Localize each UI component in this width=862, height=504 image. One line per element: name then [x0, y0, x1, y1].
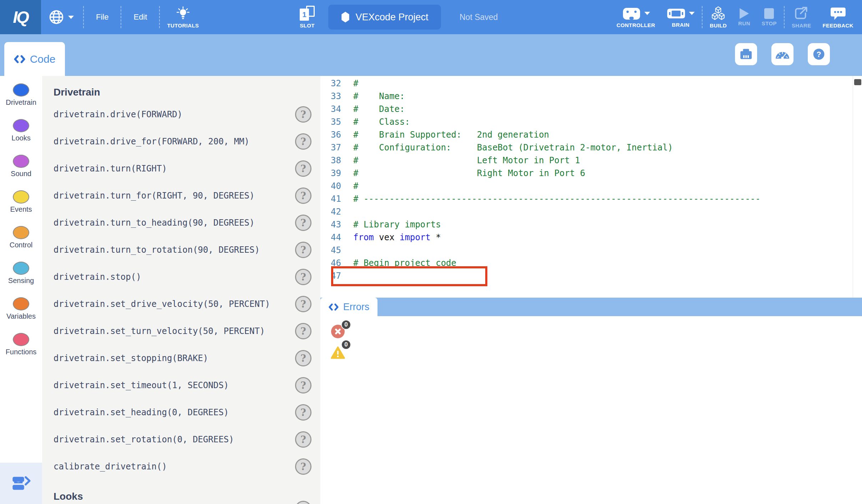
controller-button[interactable]: CONTROLLER: [611, 0, 661, 34]
category-label: Functions: [6, 348, 37, 356]
command-text[interactable]: drivetrain.drive(FORWARD): [54, 109, 182, 119]
editor-scrollbar[interactable]: [853, 76, 862, 298]
command-text[interactable]: drivetrain.stop(): [54, 272, 141, 282]
slot-button[interactable]: 1 SLOT: [300, 0, 315, 34]
chevron-down-icon: [68, 16, 74, 19]
command-text[interactable]: drivetrain.set_timeout(1, SECONDS): [54, 380, 229, 390]
category-color-dot: [13, 190, 29, 204]
code-line-38[interactable]: 38# Left Motor in Port 1: [320, 154, 862, 167]
toggle-blocks-button[interactable]: [0, 463, 42, 504]
command-text[interactable]: calibrate_drivetrain(): [54, 462, 167, 472]
help-button[interactable]: ?: [295, 350, 311, 366]
command-text[interactable]: drivetrain.drive_for(FORWARD, 200, MM): [54, 137, 249, 146]
editor-toolbar-buttons: ?: [735, 43, 830, 65]
help-button[interactable]: ?: [295, 215, 311, 231]
share-button[interactable]: SHARE: [786, 0, 817, 34]
device-info-button[interactable]: [735, 43, 757, 65]
command-text[interactable]: drivetrain.set_turn_velocity(50, PERCENT…: [54, 326, 265, 336]
command-text[interactable]: drivetrain.set_rotation(0, DEGREES): [54, 434, 234, 444]
code-line-36[interactable]: 36# Brain Supported: 2nd generation: [320, 128, 862, 141]
code-line-text: #: [353, 181, 358, 191]
code-line-text: # Name:: [353, 91, 405, 101]
help-button[interactable]: ?: [295, 458, 311, 475]
command-row: drivetrain.drive(FORWARD)?: [42, 101, 320, 128]
help-button[interactable]: ?: [295, 377, 311, 394]
help-button[interactable]: ?: [295, 187, 311, 204]
category-sidebar: DrivetrainLooksSoundEventsControlSensing…: [0, 76, 42, 504]
help-button[interactable]: ?: [295, 242, 311, 258]
dashboard-gauge-button[interactable]: [771, 43, 793, 65]
code-tab-bar: Code: [0, 34, 862, 76]
build-button[interactable]: BUILD: [704, 0, 732, 34]
command-text[interactable]: drivetrain.set_heading(0, DEGREES): [54, 407, 229, 417]
help-button[interactable]: ?: [295, 296, 311, 312]
code-line-35[interactable]: 35# Class:: [320, 115, 862, 128]
save-status: Not Saved: [460, 0, 498, 34]
command-text[interactable]: drivetrain.set_stopping(BRAKE): [54, 353, 208, 363]
sidebar-item-sensing[interactable]: Sensing: [0, 257, 42, 293]
tab-errors[interactable]: Errors: [320, 298, 377, 316]
toolbar-right-group: CONTROLLER BRAIN: [611, 0, 859, 34]
stop-button[interactable]: STOP: [756, 0, 782, 34]
tab-code[interactable]: Code: [4, 42, 65, 76]
code-line-33[interactable]: 33# Name:: [320, 90, 862, 103]
scrollbar-thumb[interactable]: [854, 79, 861, 85]
code-line-42[interactable]: 42: [320, 205, 862, 218]
command-text[interactable]: drivetrain.turn(RIGHT): [54, 164, 167, 174]
category-label: Events: [10, 205, 32, 214]
project-name-button[interactable]: VEXcode Project: [328, 5, 441, 30]
language-menu[interactable]: [41, 0, 82, 34]
run-button[interactable]: RUN: [732, 0, 756, 34]
command-row: drivetrain.set_stopping(BRAKE)?: [42, 345, 320, 372]
command-text[interactable]: drivetrain.set_drive_velocity(50, PERCEN…: [54, 299, 270, 309]
toolbar-divider: [121, 6, 121, 28]
sidebar-item-looks[interactable]: Looks: [0, 114, 42, 150]
sidebar-item-variables[interactable]: Variables: [0, 293, 42, 328]
code-line-41[interactable]: 41# ------------------------------------…: [320, 192, 862, 205]
category-label: Drivetrain: [6, 98, 36, 107]
command-text[interactable]: drivetrain.turn_to_heading(90, DEGREES): [54, 218, 255, 228]
code-editor[interactable]: 32#33# Name:34# Date:35# Class:36# Brain…: [320, 76, 862, 282]
switch-blocks-icon: [11, 475, 31, 492]
toolbar-divider: [784, 6, 785, 28]
command-text[interactable]: drivetrain.turn_for(RIGHT, 90, DEGREES): [54, 191, 255, 201]
help-button[interactable]: ?: [295, 133, 311, 150]
help-button[interactable]: ?: [295, 323, 311, 339]
help-button[interactable]: ?: [295, 431, 311, 448]
line-number: 45: [320, 245, 341, 255]
slot-icon: 1: [300, 6, 315, 21]
sidebar-item-drivetrain[interactable]: Drivetrain: [0, 79, 42, 114]
run-play-icon: [740, 8, 749, 19]
code-line-32[interactable]: 32#: [320, 77, 862, 90]
help-button[interactable]: ?: [295, 404, 311, 421]
code-line-45[interactable]: 45: [320, 244, 862, 257]
help-button[interactable]: ?: [808, 43, 830, 65]
code-line-43[interactable]: 43# Library imports: [320, 218, 862, 231]
brain-button[interactable]: BRAIN: [661, 0, 700, 34]
toolbar-divider: [159, 6, 160, 28]
toolbar-divider: [702, 6, 703, 28]
code-line-34[interactable]: 34# Date:: [320, 103, 862, 115]
sidebar-item-sound[interactable]: Sound: [0, 150, 42, 186]
code-line-37[interactable]: 37# Configuration: BaseBot (Drivetrain 2…: [320, 141, 862, 154]
code-line-text: # --------------------------------------…: [353, 194, 761, 204]
code-line-39[interactable]: 39# Right Motor in Port 6: [320, 167, 862, 180]
category-color-dot: [13, 297, 29, 310]
sidebar-item-functions[interactable]: Functions: [0, 328, 42, 364]
command-row: drivetrain.turn_to_rotation(90, DEGREES)…: [42, 236, 320, 263]
tutorials-button[interactable]: TUTORIALS: [161, 0, 204, 34]
code-line-40[interactable]: 40#: [320, 180, 862, 192]
help-button[interactable]: ?: [295, 106, 311, 123]
code-line-text: # Class:: [353, 117, 410, 127]
help-button[interactable]: ?: [295, 160, 311, 177]
help-button[interactable]: ?: [295, 269, 311, 285]
category-color-dot: [13, 226, 29, 239]
feedback-button[interactable]: FEEDBACK: [817, 0, 859, 34]
feedback-bubble-icon: [830, 6, 846, 21]
sidebar-item-control[interactable]: Control: [0, 221, 42, 257]
edit-menu[interactable]: Edit: [123, 0, 158, 34]
file-menu[interactable]: File: [85, 0, 119, 34]
command-text[interactable]: drivetrain.turn_to_rotation(90, DEGREES): [54, 245, 260, 255]
sidebar-item-events[interactable]: Events: [0, 186, 42, 221]
code-line-44[interactable]: 44from vex import *: [320, 231, 862, 244]
